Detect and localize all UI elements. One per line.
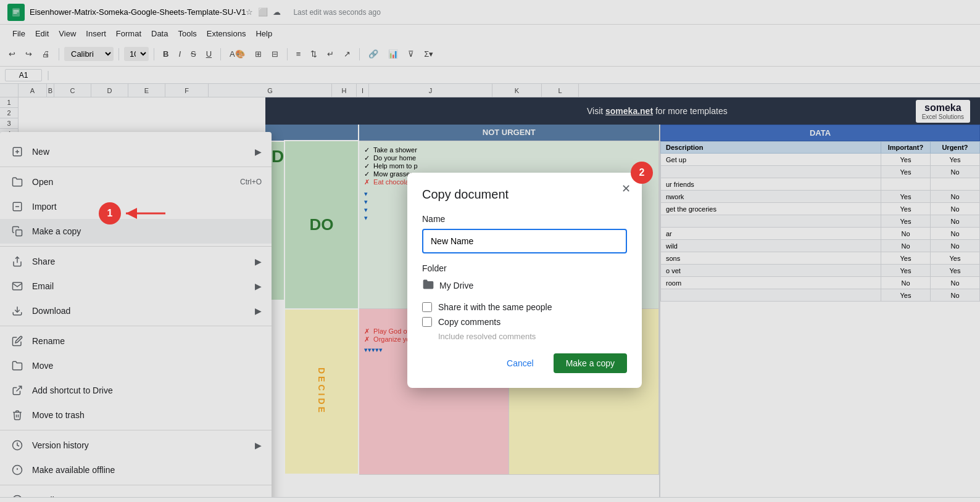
make-copy-button[interactable]: Make a copy [554, 353, 627, 373]
comments-checkbox[interactable] [422, 317, 432, 327]
cancel-button[interactable]: Cancel [494, 353, 546, 373]
comments-checkbox-label: Copy comments [422, 317, 627, 327]
dialog-name-input[interactable] [422, 229, 627, 253]
dialog-folder-label: Folder [422, 263, 627, 273]
dialog-name-label: Name [422, 214, 627, 224]
resolved-comments-text: Include resolved comments [438, 332, 627, 341]
share-label-text: Share it with the same people [438, 302, 552, 312]
share-checkbox[interactable] [422, 302, 432, 312]
copy-document-dialog: 2 ✕ Copy document Name Folder My Drive S… [407, 173, 642, 388]
share-checkbox-label: Share it with the same people [422, 302, 627, 312]
folder-icon [422, 278, 434, 292]
dialog-folder-display: My Drive [422, 278, 627, 292]
dialog-buttons: Cancel Make a copy [422, 353, 627, 373]
folder-name: My Drive [439, 281, 473, 290]
dialog-close-button[interactable]: ✕ [617, 180, 634, 197]
annotation-circle-2: 2 [631, 162, 653, 184]
comments-label-text: Copy comments [438, 317, 500, 327]
dialog-title: Copy document [422, 187, 627, 202]
